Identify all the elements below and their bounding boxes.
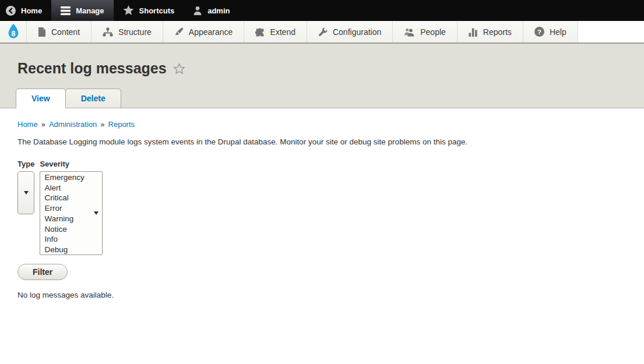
back-circle-icon (6, 6, 16, 16)
main-content: Home » Administration » Reports The Data… (0, 108, 644, 299)
people-icon (404, 27, 415, 37)
toolbar-item-label: Structure (118, 27, 152, 37)
breadcrumb-separator: » (100, 120, 104, 129)
breadcrumb-link-reports[interactable]: Reports (108, 120, 135, 129)
svg-text:8: 8 (11, 30, 15, 38)
severity-label: Severity (40, 160, 103, 168)
toolbar-item-people[interactable]: People (393, 21, 458, 43)
admin-bar-label: admin (207, 6, 230, 15)
toolbar-item-label: Reports (483, 27, 512, 37)
severity-option[interactable]: Notice (44, 224, 102, 235)
filter-form: Type Severity Emergency Alert Critical E… (17, 160, 627, 255)
severity-option[interactable]: Alert (44, 183, 102, 193)
admin-bar-item-manage[interactable]: Manage (51, 0, 113, 21)
toolbar-item-label: Extend (270, 27, 295, 37)
breadcrumb-separator: » (41, 120, 45, 129)
help-icon: ? (534, 27, 544, 37)
severity-option[interactable]: Critical (44, 193, 102, 203)
document-icon (38, 27, 46, 37)
page-header: Recent log messages View Delete (0, 44, 644, 108)
chevron-down-icon (94, 211, 98, 215)
admin-bar-item-admin[interactable]: admin (184, 0, 239, 21)
primary-tabs: View Delete (0, 89, 644, 108)
admin-bar-label: Home (21, 6, 42, 15)
sitemap-icon (103, 27, 113, 37)
wrench-icon (318, 27, 328, 37)
type-select[interactable] (17, 171, 34, 214)
breadcrumb-link-home[interactable]: Home (17, 120, 38, 129)
toolbar-item-extend[interactable]: Extend (244, 21, 307, 43)
page-description: The Database Logging module logs system … (17, 137, 627, 146)
admin-toolbar: Home Manage Shortcuts admin (0, 0, 644, 21)
tab-view[interactable]: View (16, 89, 66, 108)
drupal-logo[interactable]: 8 (0, 21, 27, 43)
star-icon (123, 5, 134, 16)
toolbar-item-label: Help (550, 27, 566, 37)
paintbrush-icon (174, 27, 184, 37)
toolbar-item-structure[interactable]: Structure (92, 21, 163, 43)
toolbar-item-appearance[interactable]: Appearance (163, 21, 245, 43)
severity-option[interactable]: Debug (44, 245, 102, 255)
filter-button[interactable]: Filter (17, 264, 68, 280)
toolbar-item-reports[interactable]: Reports (458, 21, 523, 43)
admin-bar-label: Manage (76, 6, 104, 15)
breadcrumb-link-administration[interactable]: Administration (49, 120, 97, 129)
hamburger-icon (61, 6, 71, 15)
tab-delete[interactable]: Delete (65, 89, 121, 108)
empty-message: No log messages available. (17, 291, 627, 299)
svg-text:?: ? (537, 29, 541, 36)
severity-option[interactable]: Emergency (44, 172, 102, 183)
admin-bar-label: Shortcuts (139, 6, 175, 15)
breadcrumb: Home » Administration » Reports (17, 120, 627, 129)
chevron-down-icon (24, 191, 29, 195)
star-outline-icon[interactable] (173, 63, 185, 75)
severity-option[interactable]: Warning (44, 214, 102, 224)
type-label: Type (17, 160, 34, 168)
puzzle-icon (255, 27, 265, 37)
toolbar-item-label: Appearance (189, 27, 233, 37)
admin-menu-toolbar: 8 Content Structure Appearance Extend Co… (0, 21, 644, 44)
user-icon (193, 6, 202, 15)
toolbar-item-label: Content (51, 27, 80, 37)
toolbar-item-label: Configuration (333, 27, 381, 37)
bar-chart-icon (469, 27, 478, 37)
toolbar-item-help[interactable]: ? Help (523, 21, 578, 43)
toolbar-item-content[interactable]: Content (27, 21, 92, 43)
admin-bar-item-home[interactable]: Home (0, 0, 51, 21)
page-title: Recent log messages (17, 60, 167, 76)
toolbar-item-label: People (420, 27, 446, 37)
severity-select[interactable]: Emergency Alert Critical Error Warning N… (40, 171, 103, 255)
toolbar-item-configuration[interactable]: Configuration (307, 21, 393, 43)
admin-bar-item-shortcuts[interactable]: Shortcuts (114, 0, 184, 21)
toolbar-filler (578, 21, 644, 43)
severity-option[interactable]: Info (44, 234, 102, 245)
